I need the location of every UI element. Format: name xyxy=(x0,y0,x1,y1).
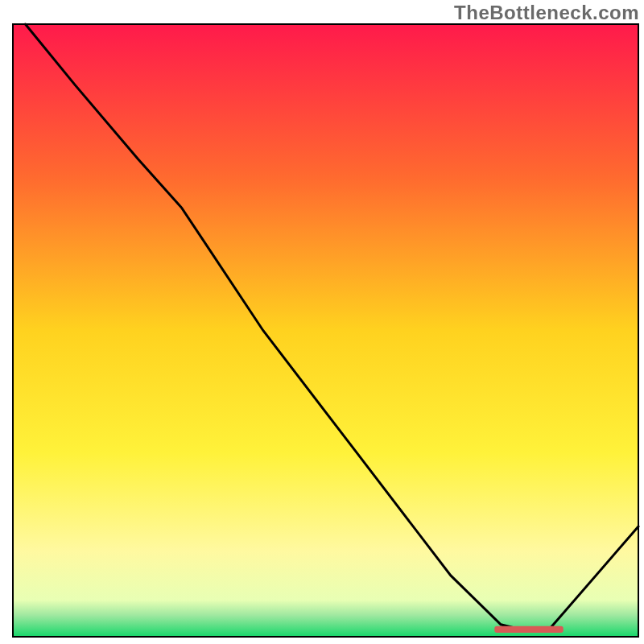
plot-area xyxy=(13,24,638,637)
chart-background xyxy=(13,24,638,637)
optimal-range-marker xyxy=(494,626,563,633)
bottleneck-chart xyxy=(0,0,644,644)
chart-container: { "watermark": "TheBottleneck.com", "cha… xyxy=(0,0,644,644)
